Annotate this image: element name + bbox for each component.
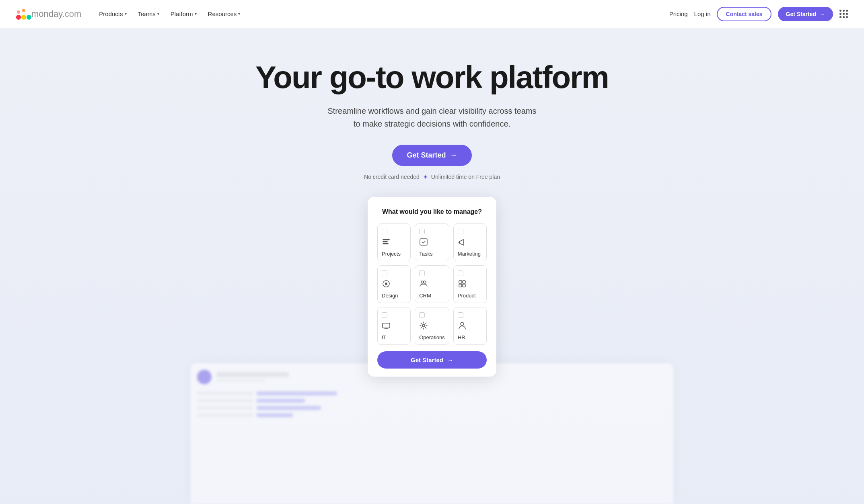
hero-subtitle: Streamline workflows and gain clear visi… — [327, 104, 536, 130]
crm-icon — [419, 279, 428, 290]
nav-item-products[interactable]: Products ▾ — [94, 7, 131, 20]
svg-point-13 — [424, 281, 426, 283]
dot-separator: ✦ — [423, 173, 428, 181]
nav-item-platform[interactable]: Platform ▾ — [166, 7, 202, 20]
login-link[interactable]: Log in — [694, 10, 711, 17]
chevron-down-icon: ▾ — [238, 12, 240, 16]
svg-rect-18 — [383, 323, 390, 328]
nav-links: Products ▾ Teams ▾ Platform ▾ Resources … — [94, 7, 245, 20]
option-item-projects[interactable]: Projects — [377, 223, 411, 261]
nav-item-resources[interactable]: Resources ▾ — [203, 7, 245, 20]
contact-sales-button[interactable]: Contact sales — [717, 7, 771, 21]
monday-logo-icon — [16, 8, 31, 20]
option-label: Product — [458, 293, 476, 299]
arrow-icon: → — [447, 356, 453, 363]
option-label: Operations — [419, 334, 445, 340]
option-checkbox — [382, 312, 387, 318]
logo-wordmark: monday.com — [31, 9, 81, 19]
option-item-operations[interactable]: Operations — [415, 307, 449, 345]
hero-meta: No credit card needed ✦ Unlimited time o… — [364, 173, 500, 181]
option-label: Tasks — [419, 251, 432, 257]
manage-card-title: What would you like to manage? — [377, 208, 487, 215]
svg-rect-15 — [463, 281, 465, 283]
hero-title: Your go-to work platform — [255, 60, 609, 95]
svg-rect-17 — [463, 284, 465, 287]
svg-point-12 — [421, 281, 424, 283]
svg-rect-16 — [459, 284, 462, 287]
option-checkbox — [382, 229, 387, 234]
option-item-design[interactable]: Design — [377, 265, 411, 303]
svg-point-4 — [22, 9, 25, 12]
option-checkbox — [458, 270, 463, 276]
svg-point-3 — [17, 10, 20, 14]
option-checkbox — [419, 229, 425, 234]
svg-point-11 — [385, 283, 387, 285]
svg-rect-7 — [383, 243, 389, 244]
svg-point-1 — [21, 15, 26, 20]
get-started-card-button[interactable]: Get Started → — [377, 351, 487, 369]
svg-rect-14 — [459, 281, 462, 283]
design-icon — [382, 279, 391, 290]
pricing-link[interactable]: Pricing — [669, 10, 688, 17]
svg-rect-6 — [383, 241, 388, 242]
option-item-hr[interactable]: HR — [453, 307, 487, 345]
option-label: Design — [382, 293, 398, 299]
option-label: Projects — [382, 251, 401, 257]
option-item-marketing[interactable]: Marketing — [453, 223, 487, 261]
projects-icon — [382, 238, 391, 248]
option-checkbox — [382, 270, 387, 276]
svg-point-2 — [27, 15, 31, 20]
navbar-left: monday.com Products ▾ Teams ▾ Platform ▾… — [16, 7, 245, 20]
logo[interactable]: monday.com — [16, 8, 81, 20]
operations-icon — [419, 321, 428, 332]
option-label: IT — [382, 334, 387, 340]
svg-rect-9 — [459, 242, 460, 243]
hr-icon — [458, 321, 467, 332]
option-item-tasks[interactable]: Tasks — [415, 223, 449, 261]
get-started-nav-button[interactable]: Get Started → — [778, 7, 833, 21]
nav-item-teams[interactable]: Teams ▾ — [133, 7, 164, 20]
option-item-crm[interactable]: CRM — [415, 265, 449, 303]
hero-section: Your go-to work platform Streamline work… — [0, 28, 864, 504]
navbar: monday.com Products ▾ Teams ▾ Platform ▾… — [0, 0, 864, 28]
svg-point-0 — [16, 15, 21, 20]
arrow-icon: → — [450, 151, 457, 160]
option-label: CRM — [419, 293, 431, 299]
dashboard-preview — [191, 363, 673, 504]
svg-point-19 — [422, 324, 425, 327]
option-checkbox — [458, 312, 463, 318]
svg-rect-8 — [420, 239, 427, 245]
navbar-right: Pricing Log in Contact sales Get Started… — [669, 7, 848, 21]
marketing-icon — [458, 238, 467, 248]
product-icon — [458, 279, 467, 290]
apps-grid-icon[interactable] — [839, 10, 848, 18]
arrow-icon: → — [819, 11, 825, 17]
chevron-down-icon: ▾ — [195, 12, 197, 16]
manage-card: What would you like to manage? Projects … — [368, 197, 496, 377]
option-checkbox — [419, 270, 425, 276]
option-checkbox — [458, 229, 463, 234]
get-started-hero-button[interactable]: Get Started → — [392, 145, 471, 166]
tasks-icon — [419, 238, 428, 248]
svg-point-20 — [461, 322, 464, 326]
option-item-it[interactable]: IT — [377, 307, 411, 345]
svg-rect-5 — [383, 239, 390, 240]
option-item-product[interactable]: Product — [453, 265, 487, 303]
option-label: HR — [458, 334, 465, 340]
it-icon — [382, 321, 391, 332]
manage-options-grid: Projects Tasks Marketing Design CRM Prod… — [377, 223, 487, 345]
chevron-down-icon: ▾ — [125, 12, 127, 16]
option-checkbox — [419, 312, 425, 318]
option-label: Marketing — [458, 251, 481, 257]
chevron-down-icon: ▾ — [157, 12, 159, 16]
